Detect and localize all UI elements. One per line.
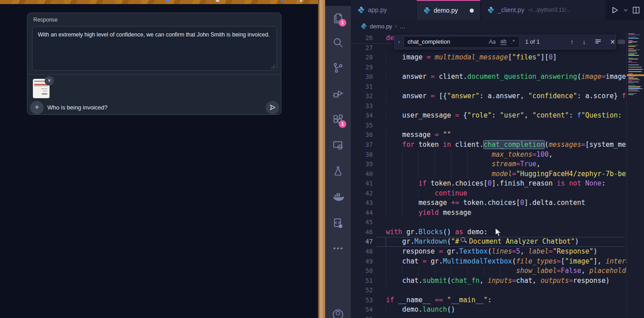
line-number: 36 xyxy=(351,130,373,140)
split-editor-button[interactable] xyxy=(632,6,640,14)
indent-guide xyxy=(451,150,451,160)
minimap-line xyxy=(628,53,637,54)
regex-toggle[interactable]: .* xyxy=(511,39,515,45)
minimap-line xyxy=(628,88,643,89)
indent-guide xyxy=(386,208,386,218)
run-dropdown-chevron[interactable] xyxy=(623,8,628,13)
run-debug-icon[interactable] xyxy=(332,87,344,100)
minimap-line xyxy=(628,87,640,88)
find-query[interactable]: chat_completion xyxy=(408,38,489,45)
find-in-selection-button[interactable] xyxy=(595,38,601,45)
code-line: 49chat = gr.MultimodalTextbox(file_types… xyxy=(351,257,644,267)
remove-image-button[interactable]: × xyxy=(45,76,54,86)
code-line: 32answer = [{"answer": a.answer, "confid… xyxy=(351,91,644,101)
indent-guide xyxy=(386,150,386,160)
line-number: 34 xyxy=(351,111,373,121)
minimap-line xyxy=(628,93,636,94)
chat-input-section: × + Who is being invoiced? xyxy=(27,74,281,114)
minimap-line xyxy=(628,86,641,87)
indent-guide xyxy=(500,266,500,276)
tab-demo-py[interactable]: demo.py xyxy=(417,0,481,20)
minimap-line xyxy=(628,78,638,79)
line-number: 33 xyxy=(351,101,373,111)
indent-guide xyxy=(402,159,403,169)
find-next-button[interactable]: ↓ xyxy=(583,38,586,45)
tab-app-py[interactable]: app.py xyxy=(351,0,417,20)
line-number: 27 xyxy=(351,43,373,53)
breadcrumb-more[interactable]: … xyxy=(399,23,405,30)
line-number: 37 xyxy=(351,140,373,150)
minimap-line xyxy=(628,61,632,62)
tab-label: demo.py xyxy=(434,7,458,14)
minimap-line xyxy=(628,82,639,82)
extensions-icon[interactable]: 1 xyxy=(332,114,344,126)
account-icon[interactable] xyxy=(332,309,344,318)
python-icon xyxy=(358,6,365,14)
indent-guide xyxy=(386,159,386,169)
minimap-line xyxy=(628,45,638,46)
line-number: 44 xyxy=(351,208,373,218)
minimap-line xyxy=(628,46,635,47)
breadcrumb[interactable]: demo.py › … xyxy=(351,20,644,32)
unsaved-changes-dot[interactable] xyxy=(470,9,474,13)
minimap-find-match-highlight xyxy=(627,74,644,76)
indent-guide xyxy=(451,266,451,276)
minimap[interactable] xyxy=(626,32,644,318)
minimap-line xyxy=(628,94,634,95)
breadcrumb-file[interactable]: demo.py xyxy=(370,23,392,30)
find-close-button[interactable]: ✕ xyxy=(610,38,616,45)
explorer-badge: 1 xyxy=(339,19,346,27)
response-textarea[interactable]: With an extremely high level of confiden… xyxy=(32,26,277,71)
indent-guide xyxy=(386,257,386,267)
indent-guide xyxy=(402,169,403,179)
chat-message-input[interactable]: Who is being invoiced? xyxy=(47,104,108,111)
line-number: 47 xyxy=(351,237,373,247)
line-number: 45 xyxy=(351,218,373,227)
indent-guide xyxy=(435,150,435,160)
line-number: 38 xyxy=(351,150,373,160)
gradio-extension-icon[interactable] xyxy=(332,217,344,229)
send-button[interactable] xyxy=(266,101,279,114)
find-widget: › chat_completion Aa ab .* 1 of 1 ↑ ↓ ✕ xyxy=(394,34,616,50)
indent-guide xyxy=(418,189,419,199)
source-control-icon[interactable] xyxy=(332,62,344,74)
explorer-icon[interactable]: 1 xyxy=(332,12,344,24)
match-case-toggle[interactable]: Aa xyxy=(489,39,495,45)
find-previous-button[interactable]: ↑ xyxy=(571,38,574,45)
code-editor[interactable]: 26def chat_fn(multimodal_message):2728im… xyxy=(351,32,644,318)
minimap-line xyxy=(628,59,638,59)
line-number: 26 xyxy=(351,33,373,43)
response-text: With an extremely high level of confiden… xyxy=(38,32,270,38)
textarea-resize-handle[interactable] xyxy=(271,65,275,69)
editor-scrollbar-thumb[interactable] xyxy=(617,40,625,44)
line-number: 32 xyxy=(351,91,373,101)
minimap-line xyxy=(628,35,640,36)
find-input[interactable]: chat_completion Aa ab .* xyxy=(404,36,520,48)
tab-client-py[interactable]: _client.py ~/.../python3.11/... xyxy=(481,0,606,20)
code-line: 45 xyxy=(351,218,644,227)
testing-icon[interactable] xyxy=(332,165,344,177)
indent-guide xyxy=(386,247,386,257)
minimap-line xyxy=(628,50,636,51)
indent-guide xyxy=(435,159,435,169)
indent-guide xyxy=(418,169,419,179)
docker-icon[interactable] xyxy=(332,191,344,203)
search-icon[interactable] xyxy=(332,37,344,49)
line-number: 51 xyxy=(351,276,373,286)
browser-window: Response With an extremely high level of… xyxy=(0,4,318,318)
indent-guide xyxy=(435,266,435,276)
mouse-cursor xyxy=(494,227,503,238)
remote-explorer-icon[interactable] xyxy=(332,139,344,151)
code-line: 40model="HuggingFaceH4/zephyr-7b-beta" xyxy=(351,169,644,179)
send-icon xyxy=(269,104,276,111)
editor-actions xyxy=(605,0,644,20)
run-python-file-button[interactable] xyxy=(611,6,619,14)
code-line: 44yield message xyxy=(351,208,644,218)
code-line: 41if token.choices[0].finish_reason is n… xyxy=(351,179,644,189)
sticky-scroll-border xyxy=(351,43,394,44)
find-collapse-chevron[interactable]: › xyxy=(395,39,404,45)
more-views-icon[interactable] xyxy=(332,242,344,254)
indent-guide xyxy=(418,266,419,276)
whole-word-toggle[interactable]: ab xyxy=(500,38,507,45)
attach-file-button[interactable]: + xyxy=(30,101,44,114)
